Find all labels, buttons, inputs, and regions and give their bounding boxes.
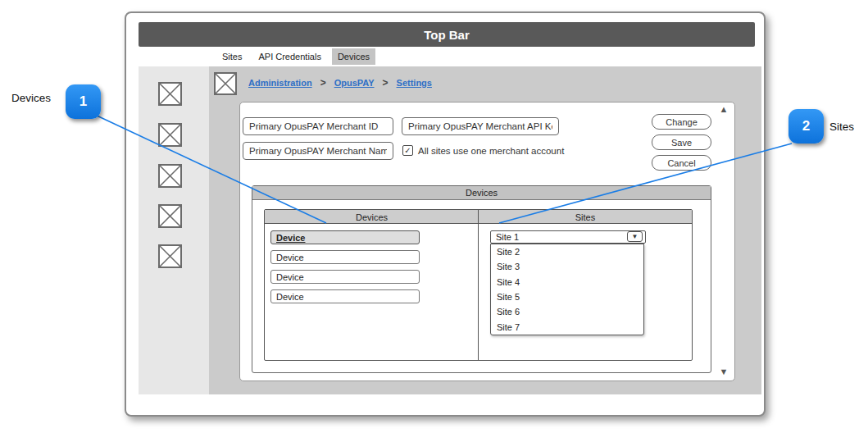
dropdown-arrow-icon: ▼ bbox=[632, 234, 639, 240]
tab-bar: Sites API Credentials Devices bbox=[139, 47, 755, 66]
callout-label-devices: Devices bbox=[11, 92, 51, 104]
site-option[interactable]: Site 5 bbox=[491, 289, 643, 304]
breadcrumb-link-opuspay[interactable]: OpusPAY bbox=[334, 78, 375, 88]
tab-api-credentials[interactable]: API Credentials bbox=[252, 48, 326, 65]
tab-sites[interactable]: Sites bbox=[216, 48, 248, 65]
page-logo-placeholder-icon bbox=[214, 72, 237, 95]
scroll-down-icon[interactable]: ▼ bbox=[716, 367, 731, 376]
breadcrumb: Administration > OpusPAY > Settings bbox=[248, 77, 432, 89]
callout-badge-1: 1 bbox=[66, 84, 101, 119]
site-option[interactable]: Site 2 bbox=[491, 244, 643, 259]
save-button[interactable]: Save bbox=[652, 134, 711, 150]
sites-combobox[interactable]: Site 1 bbox=[490, 230, 646, 244]
tab-devices[interactable]: Devices bbox=[332, 48, 375, 65]
breadcrumb-separator: > bbox=[383, 77, 389, 89]
breadcrumb-separator: > bbox=[320, 77, 326, 89]
callout-badge-2: 2 bbox=[788, 109, 824, 144]
column-divider bbox=[478, 210, 479, 360]
sites-column-header: Sites bbox=[479, 210, 692, 224]
merchant-name-field[interactable] bbox=[243, 142, 393, 160]
breadcrumb-link-settings[interactable]: Settings bbox=[397, 78, 432, 88]
site-option[interactable]: Site 3 bbox=[491, 259, 643, 274]
sidebar-image-placeholder-icon bbox=[158, 164, 182, 188]
sidebar-image-placeholder-icon bbox=[158, 204, 182, 228]
sidebar-image-placeholder-icon bbox=[158, 244, 182, 268]
site-option[interactable]: Site 7 bbox=[491, 320, 643, 335]
callout-label-sites: Sites bbox=[829, 121, 854, 133]
all-sites-checkbox-label: All sites use one merchant account bbox=[418, 146, 564, 156]
device-list-item[interactable]: Device bbox=[270, 270, 420, 284]
devices-group-header: Devices bbox=[252, 186, 711, 200]
scroll-up-icon[interactable]: ▲ bbox=[716, 104, 731, 114]
cancel-button[interactable]: Cancel bbox=[652, 155, 711, 171]
merchant-api-key-field[interactable] bbox=[402, 117, 559, 135]
checkmark-icon: ✓ bbox=[404, 147, 411, 155]
devices-column-header: Devices bbox=[265, 210, 479, 224]
device-list-item[interactable]: Device bbox=[270, 250, 420, 264]
site-option[interactable]: Site 6 bbox=[491, 304, 643, 319]
sidebar-image-placeholder-icon bbox=[158, 82, 182, 106]
device-list-item[interactable]: Device bbox=[270, 230, 420, 244]
sites-combobox-arrow-button[interactable]: ▼ bbox=[627, 231, 643, 242]
sidebar-image-placeholder-icon bbox=[158, 123, 182, 147]
breadcrumb-link-administration[interactable]: Administration bbox=[248, 78, 312, 88]
sites-dropdown-list: Site 2 Site 3 Site 4 Site 5 Site 6 Site … bbox=[490, 244, 644, 335]
device-list-item[interactable]: Device bbox=[270, 289, 420, 303]
all-sites-checkbox[interactable]: ✓ bbox=[402, 145, 413, 156]
site-option[interactable]: Site 4 bbox=[491, 275, 643, 289]
top-bar-title: Top Bar bbox=[424, 28, 470, 42]
merchant-id-field[interactable] bbox=[243, 117, 393, 135]
top-bar: Top Bar bbox=[139, 22, 755, 47]
change-button[interactable]: Change bbox=[652, 114, 711, 130]
left-sidebar bbox=[139, 66, 209, 394]
